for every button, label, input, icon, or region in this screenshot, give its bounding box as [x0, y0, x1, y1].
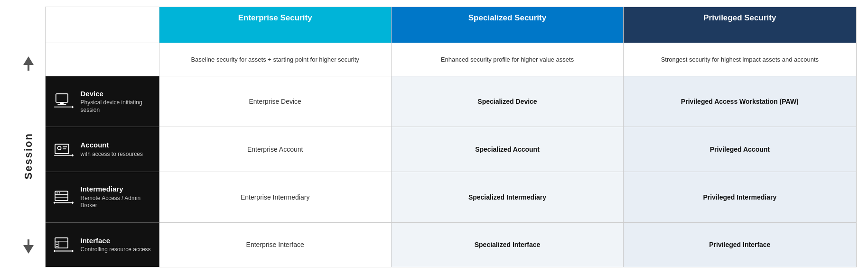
svg-rect-9 — [55, 144, 69, 154]
account-specialized-cell: Specialized Account — [392, 127, 624, 172]
enterprise-header-title: Enterprise Security — [167, 13, 383, 23]
header-enterprise: Enterprise Security — [159, 7, 392, 43]
header-privileged: Privileged Security — [624, 7, 856, 43]
svg-marker-22 — [53, 201, 55, 204]
svg-marker-8 — [72, 106, 74, 108]
intermediary-title: Intermediary — [81, 184, 152, 194]
interface-row-label: Interface Controlling resource access — [46, 223, 159, 267]
svg-point-10 — [57, 146, 61, 150]
page-wrapper: Session Enterprise Security Specialized … — [0, 0, 868, 274]
account-row-label: Account with access to resources — [46, 127, 159, 172]
svg-marker-31 — [53, 250, 55, 252]
intermediary-enterprise-cell: Enterprise Intermediary — [159, 172, 392, 223]
intermediary-icon — [52, 188, 75, 207]
privileged-subtitle: Strongest security for highest impact as… — [624, 43, 856, 76]
svg-rect-2 — [28, 239, 29, 245]
device-subtitle: Physical device initiating session — [81, 99, 152, 114]
intermediary-label-text: Intermediary Remote Access / Admin Broke… — [81, 184, 152, 210]
interface-icon — [52, 235, 75, 254]
svg-marker-3 — [23, 245, 34, 254]
account-privileged-cell: Privileged Account — [624, 127, 856, 172]
svg-rect-6 — [57, 104, 66, 105]
intermediary-privileged-cell: Privileged Intermediary — [624, 172, 856, 223]
device-icon — [52, 92, 75, 111]
data-grid: Enterprise Security Specialized Security… — [45, 7, 857, 267]
device-title: Device — [81, 89, 152, 99]
device-specialized-cell: Specialized Device — [392, 76, 624, 127]
account-enterprise-cell: Enterprise Account — [159, 127, 392, 172]
intermediary-specialized-cell: Specialized Intermediary — [392, 172, 624, 223]
account-icon — [52, 140, 75, 159]
svg-marker-30 — [72, 250, 74, 252]
up-arrow-icon — [23, 56, 34, 73]
svg-rect-4 — [56, 94, 67, 102]
header-specialized: Specialized Security — [392, 7, 624, 43]
privileged-header-title: Privileged Security — [631, 13, 848, 23]
device-enterprise-cell: Enterprise Device — [159, 76, 392, 127]
svg-point-19 — [58, 192, 60, 193]
specialized-header-title: Specialized Security — [399, 13, 616, 23]
interface-specialized-cell: Specialized Interface — [392, 223, 624, 267]
device-label-text: Device Physical device initiating sessio… — [81, 89, 152, 114]
svg-point-18 — [56, 192, 58, 193]
device-row-label: Device Physical device initiating sessio… — [46, 76, 159, 127]
down-arrow-icon — [23, 239, 34, 256]
account-label-text: Account with access to resources — [81, 140, 143, 158]
specialized-subtitle: Enhanced security profile for higher val… — [392, 43, 624, 76]
enterprise-subtitle: Baseline security for assets + starting … — [159, 43, 392, 76]
interface-privileged-cell: Privileged Interface — [624, 223, 856, 267]
interface-subtitle: Controlling resource access — [81, 246, 151, 254]
svg-marker-21 — [72, 201, 74, 204]
intermediary-row-label: Intermediary Remote Access / Admin Broke… — [46, 172, 159, 223]
main-table-container: Session Enterprise Security Specialized … — [12, 7, 857, 267]
interface-title: Interface — [81, 236, 151, 246]
header-empty-cell — [46, 7, 159, 43]
svg-marker-14 — [72, 154, 74, 156]
interface-label-text: Interface Controlling resource access — [81, 236, 151, 254]
intermediary-subtitle: Remote Access / Admin Broker — [81, 195, 152, 210]
svg-rect-1 — [28, 65, 29, 71]
session-text: Session — [22, 133, 35, 179]
interface-enterprise-cell: Enterprise Interface — [159, 223, 392, 267]
svg-rect-5 — [60, 102, 63, 104]
account-subtitle: with access to resources — [81, 151, 143, 158]
svg-marker-0 — [23, 56, 34, 65]
subtitle-empty-cell — [46, 43, 159, 76]
session-label-area: Session — [12, 7, 45, 267]
account-title: Account — [81, 140, 143, 150]
device-privileged-cell: Privileged Access Workstation (PAW) — [624, 76, 856, 127]
